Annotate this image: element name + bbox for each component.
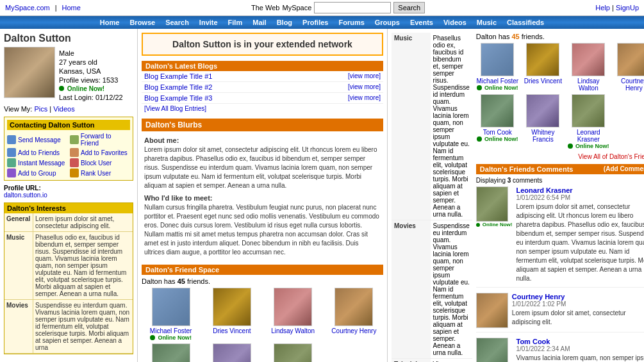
music-row: Music Phasellus odio ex, faucibus id bib…: [392, 33, 472, 220]
rf-name-courtney[interactable]: Courtney Henry: [613, 78, 644, 92]
nav-profiles[interactable]: Profiles: [302, 19, 328, 26]
add-comment-link[interactable]: (Add Comment): [604, 165, 644, 173]
rf-photo-whitney: [526, 94, 559, 128]
friends-count-num: 45: [511, 33, 519, 40]
blog-more-2[interactable]: [view more]: [348, 83, 381, 91]
blog-link-2[interactable]: Blog Example Title #2: [144, 83, 212, 91]
media-col: Music Phasellus odio ex, faucibus id bib…: [392, 33, 472, 362]
blog-link-1[interactable]: Blog Example Title #1: [144, 72, 212, 80]
friend-name-courtney[interactable]: Courtney Henry: [325, 327, 383, 334]
add-to-friends[interactable]: Add to Friends: [7, 148, 67, 157]
right-friends-grid: Michael Foster Online Now! Dries Vincent…: [476, 43, 644, 149]
rf-name-whitney[interactable]: Whitney Francis: [522, 129, 565, 143]
help-link[interactable]: Help: [595, 4, 610, 12]
contact-grid: Send Message Forward to Friend Add to Fr…: [7, 133, 130, 177]
search-input[interactable]: [314, 2, 391, 13]
rf-name-leonard[interactable]: Leonard Krasner: [567, 129, 610, 143]
rf-photo-leonard: [572, 94, 605, 128]
main-wrapper: Dalton Sutton Male 27 years old Kansas, …: [0, 29, 644, 362]
friend-name-dries[interactable]: Dries Vincent: [202, 327, 261, 334]
send-message[interactable]: Send Message: [7, 133, 67, 147]
friends-count-suffix: friends.: [522, 33, 545, 40]
profile-views-count: 1533: [103, 76, 118, 84]
nav-videos[interactable]: Videos: [443, 19, 466, 26]
comment-2-photo: [476, 293, 508, 328]
friend-count: Dalton has 45 friends.: [142, 277, 383, 285]
add-to-group[interactable]: Add to Group: [7, 169, 67, 177]
nav-search[interactable]: Search: [165, 19, 189, 26]
nav-banner: Home Browse Search Invite Film Mail Blog…: [0, 16, 644, 29]
about-label: About me:: [144, 136, 381, 144]
nav-blog[interactable]: Blog: [277, 19, 292, 26]
blog-link-3[interactable]: Blog Example Title #3: [144, 94, 212, 102]
profile-name: Dalton Sutton: [4, 33, 133, 44]
blog-more-1[interactable]: [view more]: [348, 72, 381, 80]
profile-location: Kansas, USA: [59, 67, 123, 75]
friends-comments-col: Dalton has 45 friends. Michael Foster On…: [476, 33, 644, 362]
nav-events[interactable]: Events: [410, 19, 433, 26]
friend-name-michael[interactable]: Michael Foster: [142, 327, 200, 334]
signup-link[interactable]: SignUp: [616, 4, 639, 12]
music-label: Music: [4, 232, 33, 299]
interests-box: Dalton's Interests General Lorem ipsum d…: [4, 202, 133, 354]
pics-link[interactable]: Pics: [34, 105, 47, 113]
rf-photo-tom: [481, 94, 514, 128]
comment-3-content: Tom Cook 1/01/2022 2:34 AM Vivamus lacin…: [516, 338, 645, 362]
nav-browse[interactable]: Browse: [129, 19, 155, 26]
view-all-blogs[interactable]: [View All Blog Entries]: [142, 104, 383, 113]
general-value: Lorem ipsum dolor sit amet, consectetur …: [33, 213, 133, 231]
friend-photo-leonard: [274, 343, 312, 362]
tv-label-cell: Television: [392, 359, 431, 363]
home-link[interactable]: Home: [62, 4, 81, 12]
nav-film[interactable]: Film: [228, 19, 243, 26]
rank-user[interactable]: Rank User: [70, 169, 130, 177]
block-user[interactable]: Block User: [70, 158, 130, 167]
meet-label: Who I'd like to meet:: [144, 194, 381, 202]
forward-to-friend[interactable]: Forward to Friend: [70, 133, 130, 147]
friend-lindsay: Lindsay Walton: [264, 288, 322, 341]
nav-music[interactable]: Music: [477, 19, 497, 26]
rf-name-dries[interactable]: Dries Vincent: [522, 78, 565, 85]
nav-invite[interactable]: Invite: [199, 19, 218, 26]
profile-gender: Male: [59, 49, 123, 57]
site-logo[interactable]: MySpace.com: [5, 4, 50, 12]
videos-link[interactable]: Videos: [53, 105, 74, 113]
rf-name-michael[interactable]: Michael Foster: [476, 78, 519, 85]
rf-michael: Michael Foster Online Now!: [476, 43, 519, 92]
comment-3-author[interactable]: Tom Cook: [516, 338, 550, 345]
friend-space-section: Dalton's Friend Space Dalton has 45 frie…: [142, 265, 383, 362]
meet-text: Nullam cursus fringilla pharetra. Vestib…: [144, 203, 381, 257]
friend-name-lindsay[interactable]: Lindsay Walton: [264, 327, 322, 334]
profile-photo: [4, 47, 55, 98]
rf-name-lindsay[interactable]: Lindsay Walton: [567, 78, 610, 92]
comment-2-author[interactable]: Courtney Henry: [512, 293, 565, 300]
profile-url-link[interactable]: dalton.sutton.io: [4, 192, 47, 199]
favorites-icon: [70, 148, 79, 157]
nav-forums[interactable]: Forums: [338, 19, 364, 26]
general-label: General: [4, 213, 33, 231]
forward-icon: [70, 135, 79, 144]
comment-3-photo-col: Online Now!: [476, 338, 513, 362]
view-all-friends-link[interactable]: View All of Dalton's Friends: [476, 153, 644, 160]
search-button[interactable]: Search: [393, 2, 425, 13]
friend-dries: Dries Vincent: [202, 288, 261, 341]
blogs-section: Dalton's Latest Blogs Blog Example Title…: [142, 61, 383, 113]
friends-grid: Michael Foster Online Now! Dries Vincent…: [142, 288, 383, 362]
rf-name-tom[interactable]: Tom Cook: [476, 129, 519, 136]
nav-groups[interactable]: Groups: [375, 19, 400, 26]
rf-lindsay: Lindsay Walton: [567, 43, 610, 92]
nav-classifieds[interactable]: Classifieds: [507, 19, 544, 26]
movies-text-cell: Suspendisse eu interdum quam. Vivamus la…: [431, 220, 472, 359]
friend-photo-lindsay: [274, 288, 312, 326]
add-to-favorites[interactable]: Add to Favorites: [70, 148, 130, 157]
friend-photo-michael: [152, 288, 190, 326]
nav-home[interactable]: Home: [100, 19, 120, 26]
comment-3-date: 1/01/2022 2:34 AM: [516, 345, 645, 352]
nav-mail[interactable]: Mail: [252, 19, 266, 26]
online-badge-michael: Online Now!: [142, 334, 200, 341]
comment-1-author[interactable]: Leonard Krasner: [516, 186, 573, 194]
instant-message[interactable]: Instant Message: [7, 158, 67, 167]
blog-more-3[interactable]: [view more]: [348, 94, 381, 102]
comment-1-online: Online Now!: [476, 222, 513, 227]
block-icon: [70, 158, 79, 167]
